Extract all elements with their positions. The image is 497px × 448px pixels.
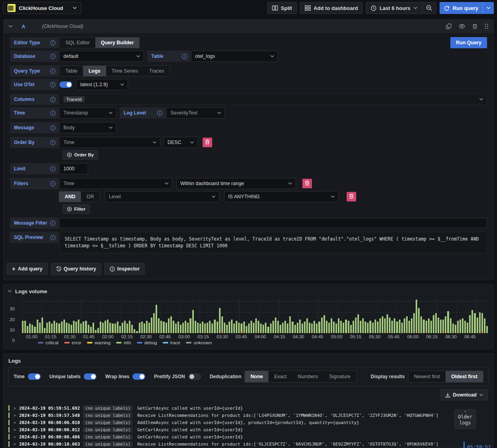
volume-bar[interactable] xyxy=(236,321,237,334)
volume-bar[interactable] xyxy=(56,323,57,333)
volume-bar[interactable] xyxy=(151,318,152,333)
info-icon[interactable]: i xyxy=(50,111,55,116)
database-select[interactable]: default xyxy=(59,51,144,62)
query-type-option-table[interactable]: Table xyxy=(60,66,83,76)
volume-bar[interactable] xyxy=(32,325,33,333)
add-filter-button[interactable]: Filter xyxy=(63,204,90,214)
volume-bar[interactable] xyxy=(462,318,463,333)
volume-bar[interactable] xyxy=(426,321,427,334)
column-chip[interactable]: TraceId xyxy=(63,96,85,103)
volume-bar[interactable] xyxy=(416,300,417,333)
volume-bar[interactable] xyxy=(34,327,36,333)
volume-bar[interactable] xyxy=(68,324,70,333)
volume-bar[interactable] xyxy=(367,323,369,333)
log-row[interactable]: >2024-02-19 06:00:08.486(no unique label… xyxy=(8,433,489,440)
volume-bar[interactable] xyxy=(309,323,310,333)
volume-bar[interactable] xyxy=(100,322,101,333)
volume-bar[interactable] xyxy=(71,325,72,333)
volume-bar[interactable] xyxy=(262,325,264,333)
volume-bar[interactable] xyxy=(107,320,108,333)
volume-bar[interactable] xyxy=(78,320,79,333)
inspector-button[interactable]: Inspector xyxy=(105,263,145,275)
volume-bar[interactable] xyxy=(24,321,26,334)
expand-chevron-icon[interactable]: > xyxy=(14,428,19,432)
volume-bar[interactable] xyxy=(168,318,170,333)
volume-bar[interactable] xyxy=(105,321,106,334)
run-query-button[interactable]: Run query xyxy=(440,5,483,11)
filter-operator-select[interactable]: Within dashboard time range xyxy=(176,178,296,189)
volume-bar[interactable] xyxy=(304,322,306,333)
split-button[interactable]: Split xyxy=(267,2,297,14)
volume-bar[interactable] xyxy=(219,308,221,333)
volume-bar[interactable] xyxy=(479,312,481,334)
volume-bar[interactable] xyxy=(260,324,262,333)
volume-bar[interactable] xyxy=(144,324,145,333)
legend-item-critical[interactable]: critical xyxy=(38,340,59,345)
volume-bar[interactable] xyxy=(124,321,126,334)
volume-bar[interactable] xyxy=(428,318,430,333)
volume-bar[interactable] xyxy=(109,323,111,333)
volume-bar[interactable] xyxy=(302,324,303,333)
dedup-option-signature[interactable]: Signature xyxy=(323,371,356,382)
volume-bar[interactable] xyxy=(173,321,174,334)
volume-bar[interactable] xyxy=(182,323,184,333)
volume-bar[interactable] xyxy=(112,324,113,333)
editor-type-option-query-builder[interactable]: Query Builder xyxy=(95,37,140,48)
legend-item-trace[interactable]: trace xyxy=(163,340,181,345)
volume-bar[interactable] xyxy=(178,322,179,333)
volume-bar[interactable] xyxy=(348,321,349,334)
filter-join-option-or[interactable]: OR xyxy=(81,191,100,202)
volume-bar[interactable] xyxy=(131,325,133,333)
volume-bar[interactable] xyxy=(452,324,454,333)
volume-bar[interactable] xyxy=(460,320,461,333)
volume-bar[interactable] xyxy=(306,318,308,333)
volume-bar[interactable] xyxy=(63,320,65,333)
dedup-option-numbers[interactable]: Numbers xyxy=(292,371,324,382)
volume-bar[interactable] xyxy=(166,323,167,333)
info-icon[interactable]: i xyxy=(50,221,55,226)
volume-bar[interactable] xyxy=(117,322,118,333)
volume-bar[interactable] xyxy=(464,321,466,334)
filter-join-option-and[interactable]: AND xyxy=(59,191,81,202)
volume-bar[interactable] xyxy=(411,318,412,333)
volume-bar[interactable] xyxy=(384,318,386,333)
log-level-select[interactable]: SeverityText xyxy=(166,107,225,118)
legend-item-debug[interactable]: debug xyxy=(137,340,157,345)
volume-bar[interactable] xyxy=(396,322,398,333)
volume-bar[interactable] xyxy=(148,323,150,333)
volume-bar[interactable] xyxy=(406,316,408,333)
volume-bar[interactable] xyxy=(75,322,77,333)
volume-bar[interactable] xyxy=(85,321,87,334)
volume-bar[interactable] xyxy=(195,321,196,334)
info-icon[interactable]: i xyxy=(50,97,55,102)
dedup-option-none[interactable]: None xyxy=(245,371,268,382)
volume-bar[interactable] xyxy=(207,323,208,333)
volume-bar[interactable] xyxy=(292,322,293,333)
legend-item-warning[interactable]: warning xyxy=(87,340,110,345)
volume-bar[interactable] xyxy=(229,322,230,333)
volume-bar[interactable] xyxy=(430,321,432,334)
volume-bar[interactable] xyxy=(418,308,420,333)
volume-bar[interactable] xyxy=(29,324,31,333)
query-row-header[interactable]: A (ClickHouse Cloud) xyxy=(4,20,493,33)
volume-bar[interactable] xyxy=(314,321,315,334)
add-query-button[interactable]: + Add query xyxy=(7,263,48,275)
volume-bar[interactable] xyxy=(246,326,247,333)
volume-bar[interactable] xyxy=(37,320,38,333)
volume-bar[interactable] xyxy=(284,321,286,334)
zoom-out-button[interactable] xyxy=(422,2,436,14)
display-results-option-oldest-first[interactable]: Oldest first xyxy=(446,371,483,382)
volume-bar[interactable] xyxy=(323,315,325,333)
volume-bar[interactable] xyxy=(365,322,366,333)
volume-bar[interactable] xyxy=(331,318,332,333)
query-history-button[interactable]: Query history xyxy=(51,263,101,275)
volume-bar[interactable] xyxy=(299,320,301,333)
legend-item-info[interactable]: info xyxy=(116,340,131,345)
volume-bar[interactable] xyxy=(122,323,123,333)
query-type-option-traces[interactable]: Traces xyxy=(144,66,170,76)
time-column-select[interactable]: Timestamp xyxy=(59,107,116,118)
volume-bar[interactable] xyxy=(214,320,215,333)
volume-bar[interactable] xyxy=(88,325,89,333)
logs-volume-chart[interactable]: 0102030 01:0001:1501:3001:4502:0002:1502… xyxy=(4,298,493,349)
volume-bar[interactable] xyxy=(93,323,94,333)
